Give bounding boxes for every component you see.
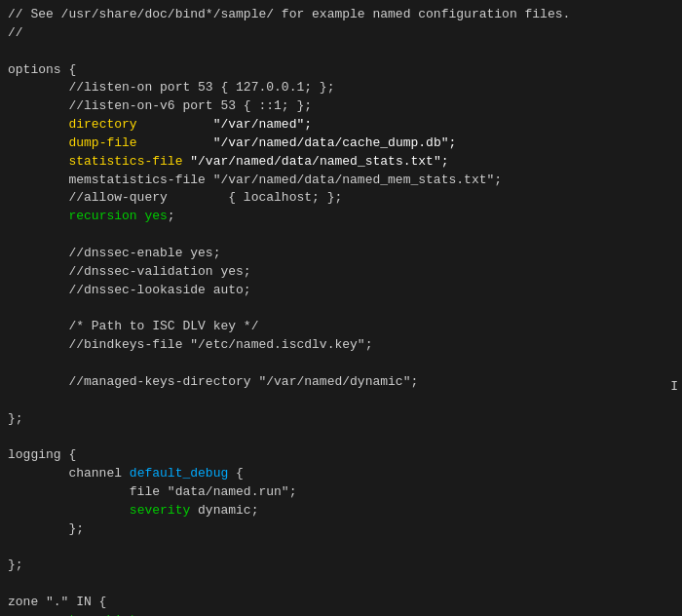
code-line (8, 355, 674, 373)
code-line (8, 538, 674, 557)
code-line: /* Path to ISC DLV key */ (8, 318, 674, 336)
code-line: recursion yes; (8, 208, 674, 226)
code-line: statistics-file "/var/named/data/named_s… (8, 153, 674, 172)
code-line: memstatistics-file "/var/named/data/name… (8, 172, 674, 190)
code-editor: // See /usr/share/doc/bind*/sample/ for … (8, 6, 674, 616)
code-line: options { (8, 61, 674, 80)
code-line: // See /usr/share/doc/bind*/sample/ for … (8, 6, 674, 24)
code-line: directory "/var/named"; (8, 116, 674, 135)
code-line (8, 300, 674, 319)
code-line: //dnssec-lookaside auto; (8, 282, 674, 300)
code-line: }; (8, 410, 674, 429)
code-line: }; (8, 557, 674, 575)
code-line: // (8, 24, 674, 43)
code-line: channel default_debug { (8, 465, 674, 483)
code-line (8, 575, 674, 594)
code-line (8, 392, 674, 410)
code-line (8, 43, 674, 61)
code-line: //listen-on-v6 port 53 { ::1; }; (8, 97, 674, 116)
code-line: //listen-on port 53 { 127.0.0.1; }; (8, 79, 674, 97)
code-line: zone "." IN { (8, 594, 674, 612)
vim-mode-indicator: I (670, 378, 678, 397)
code-line (8, 428, 674, 446)
code-line: dump-file "/var/named/data/cache_dump.db… (8, 135, 674, 153)
code-line: severity dynamic; (8, 502, 674, 520)
code-line: type hint; (8, 612, 674, 616)
code-line: //dnssec-validation yes; (8, 263, 674, 282)
code-line (8, 226, 674, 245)
code-line: //managed-keys-directory "/var/named/dyn… (8, 373, 674, 392)
code-line: //allow-query { localhost; }; (8, 189, 674, 208)
code-line: }; (8, 520, 674, 539)
code-line: file "data/named.run"; (8, 483, 674, 502)
code-line: //bindkeys-file "/etc/named.iscdlv.key"; (8, 336, 674, 355)
code-line: logging { (8, 446, 674, 465)
code-line: //dnssec-enable yes; (8, 245, 674, 263)
